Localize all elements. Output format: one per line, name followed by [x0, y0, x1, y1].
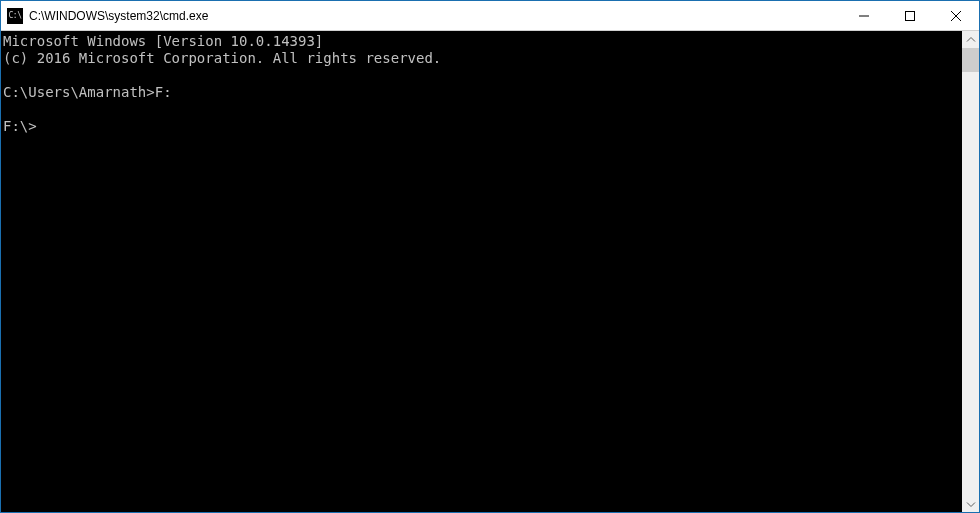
close-icon: [951, 11, 961, 21]
scroll-down-button[interactable]: [962, 495, 979, 512]
close-button[interactable]: [933, 1, 979, 30]
titlebar[interactable]: C:\ C:\WINDOWS\system32\cmd.exe: [1, 1, 979, 31]
client-area: Microsoft Windows [Version 10.0.14393](c…: [1, 31, 979, 512]
maximize-button[interactable]: [887, 1, 933, 30]
terminal-line: Microsoft Windows [Version 10.0.14393]: [3, 33, 962, 50]
svg-rect-1: [906, 11, 915, 20]
cmd-icon-text: C:\: [9, 12, 22, 20]
scroll-up-button[interactable]: [962, 31, 979, 48]
terminal-line: [3, 67, 962, 84]
terminal-output[interactable]: Microsoft Windows [Version 10.0.14393](c…: [1, 31, 962, 512]
chevron-down-icon: [966, 499, 976, 509]
terminal-line: F:\>: [3, 118, 962, 135]
minimize-icon: [859, 11, 869, 21]
chevron-up-icon: [966, 35, 976, 45]
minimize-button[interactable]: [841, 1, 887, 30]
cmd-window: C:\ C:\WINDOWS\system32\cmd.exe Microsof…: [0, 0, 980, 513]
terminal-line: C:\Users\Amarnath>F:: [3, 84, 962, 101]
window-title: C:\WINDOWS\system32\cmd.exe: [29, 9, 841, 23]
maximize-icon: [905, 11, 915, 21]
terminal-line: (c) 2016 Microsoft Corporation. All righ…: [3, 50, 962, 67]
scroll-thumb[interactable]: [962, 48, 979, 72]
window-controls: [841, 1, 979, 30]
scroll-track[interactable]: [962, 48, 979, 495]
vertical-scrollbar[interactable]: [962, 31, 979, 512]
cmd-icon: C:\: [7, 8, 23, 24]
terminal-line: [3, 101, 962, 118]
